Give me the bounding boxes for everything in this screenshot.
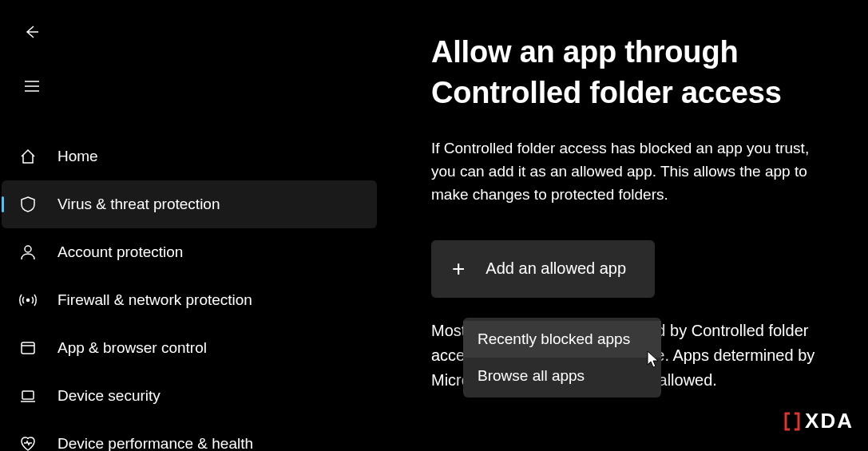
heart-pulse-icon [19,435,37,451]
shield-icon [19,196,37,213]
sidebar-item-label: Device security [57,387,161,405]
svg-point-1 [27,299,30,302]
dropdown-item-label: Recently blocked apps [478,330,630,347]
sidebar-item-label: Device performance & health [57,435,253,451]
sidebar-item-account-protection[interactable]: Account protection [2,228,377,276]
add-button-label: Add an allowed app [486,259,626,278]
dropdown-item-recently-blocked[interactable]: Recently blocked apps [463,321,661,358]
sidebar-item-home[interactable]: Home [2,133,377,180]
plus-icon: + [452,258,465,280]
signal-icon [19,291,37,309]
svg-point-0 [25,246,31,252]
sidebar-item-label: Virus & threat protection [57,196,220,213]
sidebar-item-label: Home [57,148,98,165]
back-button[interactable] [16,16,48,48]
window-icon [19,339,37,357]
sidebar-item-label: App & browser control [57,339,207,357]
sidebar-item-label: Account protection [57,243,183,261]
sidebar-item-firewall[interactable]: Firewall & network protection [2,276,377,324]
add-allowed-app-button[interactable]: + Add an allowed app [431,240,655,298]
hamburger-icon [24,80,40,93]
sidebar-item-label: Firewall & network protection [57,291,252,309]
page-description: If Controlled folder access has blocked … [431,136,830,207]
menu-button[interactable] [16,70,48,102]
laptop-icon [19,387,37,405]
sidebar: Home Virus & threat protection Acco [0,0,383,451]
person-icon [19,243,37,261]
add-app-dropdown: Recently blocked apps Browse all apps [463,318,661,398]
sidebar-item-device-security[interactable]: Device security [2,372,377,420]
svg-rect-2 [22,342,34,354]
dropdown-item-label: Browse all apps [478,367,585,384]
sidebar-item-app-browser[interactable]: App & browser control [2,324,377,372]
app-root: Home Virus & threat protection Acco [0,0,868,451]
sidebar-item-performance-health[interactable]: Device performance & health [2,420,377,451]
svg-rect-3 [22,391,34,399]
sidebar-nav: Home Virus & threat protection Acco [0,133,383,451]
back-arrow-icon [24,24,40,40]
dropdown-item-browse-all[interactable]: Browse all apps [463,358,661,394]
home-icon [19,148,37,165]
sidebar-item-virus-threat[interactable]: Virus & threat protection [2,180,377,228]
page-title: Allow an app through Controlled folder a… [431,32,836,114]
